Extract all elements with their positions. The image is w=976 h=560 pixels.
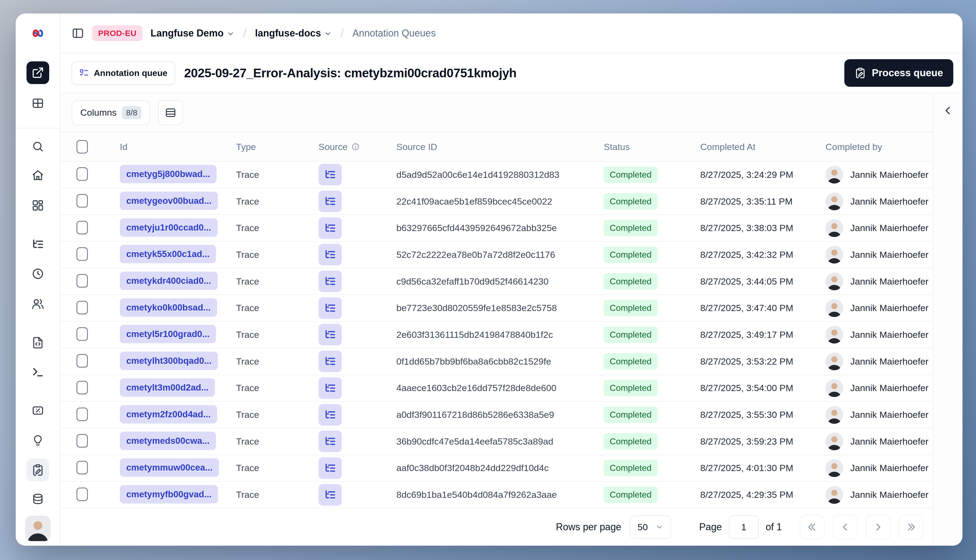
table-row[interactable]: cmetyju1r00ccad0... Trace b63297665cfd44… bbox=[60, 215, 933, 242]
row-type-cell: Trace bbox=[236, 490, 319, 500]
user-avatar[interactable] bbox=[25, 516, 50, 541]
rows-per-page-select[interactable]: 50 bbox=[630, 515, 671, 538]
sidebar-toggle-icon[interactable] bbox=[72, 27, 84, 40]
completed-by-name: Jannik Maierhoefer bbox=[850, 170, 928, 180]
row-height-button[interactable] bbox=[158, 100, 183, 125]
item-id-link[interactable]: cmetyl5r100grad0... bbox=[120, 325, 216, 343]
source-trace-button[interactable] bbox=[319, 190, 342, 212]
columns-button[interactable]: Columns 8/8 bbox=[72, 100, 150, 125]
table-row[interactable]: cmetyl5r100grad0... Trace 2e603f31361115… bbox=[60, 322, 933, 348]
source-trace-button[interactable] bbox=[319, 324, 342, 345]
row-checkbox[interactable] bbox=[77, 381, 88, 394]
source-trace-button[interactable] bbox=[319, 484, 342, 506]
item-id-link[interactable]: cmetyko0k00bsad... bbox=[120, 298, 217, 317]
langfuse-logo[interactable] bbox=[16, 13, 60, 53]
project-switcher[interactable]: langfuse-docs bbox=[255, 28, 332, 39]
row-checkbox[interactable] bbox=[77, 247, 88, 261]
first-page-button[interactable] bbox=[800, 515, 824, 540]
prompts-file-code-icon[interactable] bbox=[27, 332, 49, 354]
row-checkbox[interactable] bbox=[77, 408, 88, 421]
source-trace-button[interactable] bbox=[319, 457, 342, 479]
page-number-input[interactable] bbox=[729, 515, 759, 538]
source-trace-button[interactable] bbox=[319, 350, 342, 372]
item-id-link[interactable]: cmetym2fz00d4ad... bbox=[120, 405, 217, 423]
home-icon[interactable] bbox=[27, 164, 49, 187]
table-row[interactable]: cmetykdr400ciad0... Trace c9d56ca32efaff… bbox=[60, 268, 933, 295]
open-external-button[interactable] bbox=[27, 62, 49, 84]
table-row[interactable]: cmetyk55x00c1ad... Trace 52c72c2222ea78e… bbox=[60, 242, 933, 268]
item-id-link[interactable]: cmetyk55x00c1ad... bbox=[120, 245, 216, 263]
source-trace-button[interactable] bbox=[319, 404, 342, 426]
avatar bbox=[826, 166, 843, 183]
table-row[interactable]: cmetylht300bqad0... Trace 0f1dd65b7bb9bf… bbox=[60, 348, 933, 375]
users-icon[interactable] bbox=[27, 292, 49, 315]
table-row[interactable]: cmetymyfb00gvad... Trace 8dc69b1ba1e540b… bbox=[60, 482, 933, 508]
source-trace-button[interactable] bbox=[319, 297, 342, 319]
completed-by-name: Jannik Maierhoefer bbox=[850, 303, 928, 313]
source-trace-button[interactable] bbox=[319, 377, 342, 399]
source-trace-button[interactable] bbox=[319, 270, 342, 292]
item-id-link[interactable]: cmetymyfb00gvad... bbox=[120, 485, 218, 503]
item-id-link[interactable]: cmetymmuw00cea... bbox=[120, 458, 219, 477]
select-all-checkbox[interactable] bbox=[77, 140, 88, 153]
org-switcher[interactable]: Langfuse Demo bbox=[150, 28, 234, 39]
table-row[interactable]: cmetym2fz00d4ad... Trace a0df3f901167218… bbox=[60, 402, 933, 428]
source-trace-button[interactable] bbox=[319, 217, 342, 239]
row-checkbox[interactable] bbox=[77, 221, 88, 234]
source-trace-button[interactable] bbox=[319, 430, 342, 452]
table-row[interactable]: cmetylt3m00d2ad... Trace 4aaece1603cb2e1… bbox=[60, 375, 933, 402]
row-status-cell: Completed bbox=[604, 247, 700, 263]
item-id-link[interactable]: cmetyju1r00ccad0... bbox=[120, 218, 218, 237]
playground-terminal-icon[interactable] bbox=[27, 361, 49, 383]
item-id-link[interactable]: cmetyg5j800bwad... bbox=[120, 165, 217, 183]
collapse-panel-button[interactable] bbox=[943, 105, 953, 116]
table-row[interactable]: cmetymmuw00cea... Trace aaf0c38db0f3f204… bbox=[60, 455, 933, 482]
row-checkbox[interactable] bbox=[77, 274, 88, 288]
row-status-cell: Completed bbox=[604, 327, 700, 343]
sessions-clock-icon[interactable] bbox=[27, 262, 49, 285]
row-checkbox[interactable] bbox=[77, 461, 88, 474]
row-completed-at-cell: 8/27/2025, 3:54:00 PM bbox=[700, 383, 826, 393]
row-checkbox[interactable] bbox=[77, 434, 88, 448]
insights-lightbulb-icon[interactable] bbox=[27, 429, 49, 452]
row-checkbox[interactable] bbox=[77, 194, 88, 208]
row-checkbox[interactable] bbox=[77, 167, 88, 181]
table-row[interactable]: cmetymeds00cwa... Trace 36b90cdfc47e5da1… bbox=[60, 428, 933, 455]
traces-icon[interactable] bbox=[27, 233, 49, 256]
item-id-link[interactable]: cmetymeds00cwa... bbox=[120, 432, 216, 450]
table-row[interactable]: cmetyko0k00bsad... Trace be7723e30d80205… bbox=[60, 295, 933, 322]
item-id-link[interactable]: cmetylht300bqad0... bbox=[120, 352, 218, 370]
item-id-link[interactable]: cmetygeov00buad... bbox=[120, 192, 218, 210]
annotation-queues-clipboard-icon[interactable] bbox=[27, 458, 49, 482]
avatar bbox=[826, 246, 843, 263]
previous-page-button[interactable] bbox=[833, 515, 858, 540]
process-queue-button[interactable]: Process queue bbox=[844, 59, 953, 87]
info-icon[interactable] bbox=[352, 143, 360, 151]
item-id-link[interactable]: cmetylt3m00d2ad... bbox=[120, 378, 215, 397]
row-checkbox[interactable] bbox=[77, 354, 88, 368]
next-page-button[interactable] bbox=[866, 515, 891, 540]
row-checkbox-cell bbox=[77, 274, 120, 288]
breadcrumb-section[interactable]: Annotation Queues bbox=[352, 28, 435, 39]
source-trace-button[interactable] bbox=[319, 164, 342, 185]
datasets-database-icon[interactable] bbox=[27, 488, 49, 511]
table-row[interactable]: cmetyg5j800bwad... Trace d5ad9d52a00c6e1… bbox=[60, 162, 933, 188]
completed-by-name: Jannik Maierhoefer bbox=[850, 356, 928, 367]
row-completed-at-cell: 8/27/2025, 3:35:11 PM bbox=[700, 196, 826, 207]
grid-view-icon[interactable] bbox=[27, 92, 49, 115]
row-completed-at-cell: 8/27/2025, 4:01:30 PM bbox=[700, 463, 826, 473]
sidebar bbox=[16, 13, 60, 546]
item-id-link[interactable]: cmetykdr400ciad0... bbox=[120, 272, 218, 290]
row-checkbox[interactable] bbox=[77, 327, 88, 341]
evaluation-percent-icon[interactable] bbox=[27, 399, 49, 422]
source-trace-button[interactable] bbox=[319, 244, 342, 265]
dashboard-icon[interactable] bbox=[27, 194, 49, 217]
row-checkbox[interactable] bbox=[77, 488, 88, 501]
chevrons-right-icon bbox=[906, 522, 916, 532]
row-checkbox[interactable] bbox=[77, 301, 88, 314]
row-source-cell bbox=[319, 404, 396, 426]
search-icon[interactable] bbox=[27, 135, 49, 158]
table-row[interactable]: cmetygeov00buad... Trace 22c41f09acae5b1… bbox=[60, 188, 933, 215]
row-type-cell: Trace bbox=[236, 356, 319, 367]
last-page-button[interactable] bbox=[899, 515, 924, 540]
